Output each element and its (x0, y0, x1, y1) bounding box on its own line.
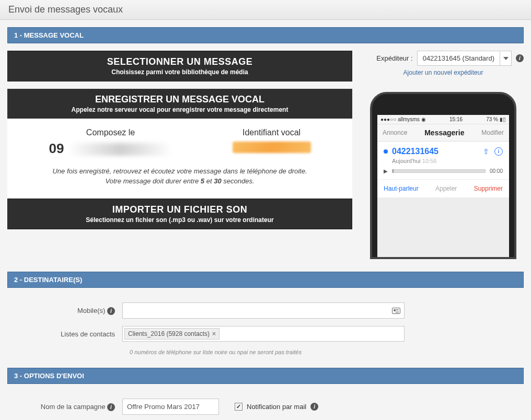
vm-date: Aujourd'hui 10:56 (392, 158, 503, 164)
wifi-icon: ◉ (421, 116, 426, 122)
info-icon[interactable]: i (516, 54, 524, 62)
ident-col: Identifiant vocal (233, 128, 311, 157)
notif-label: Notification par mail (247, 403, 306, 411)
record-message-header: ENREGISTRER UN MESSAGE VOCAL Appelez not… (7, 89, 352, 119)
import-title: IMPORTER UN FICHIER SON (16, 204, 343, 215)
section-2-body: Mobile(s) i Listes de contacts Clients_2… (7, 288, 524, 368)
compose-row: Composez le 09 Identifiant vocal (19, 128, 341, 157)
chevron-down-icon[interactable] (500, 51, 511, 65)
status-carrier: allmysms (398, 116, 420, 122)
record-sub: Appelez notre serveur vocal pour enregis… (16, 106, 344, 113)
record-note-2: Votre message doit durer entre 5 et 30 s… (19, 177, 341, 185)
import-file-button[interactable]: IMPORTER UN FICHIER SON Sélectionnez un … (7, 199, 352, 229)
phone-screen: ●●●○○ allmysms ◉ 15:16 73 % ▮▯ Annonc (377, 115, 509, 259)
notif-checkbox[interactable]: ✓ (235, 403, 243, 411)
nav-edit[interactable]: Modifier (481, 129, 504, 136)
sender-label: Expéditeur : (376, 54, 412, 62)
campaign-row: Nom de la campagne i ✓ Notification par … (7, 399, 524, 415)
call-button[interactable]: Appeler (435, 185, 457, 192)
info-icon[interactable]: i (310, 403, 318, 411)
compose-number: 09 (49, 141, 172, 157)
status-bar: ●●●○○ allmysms ◉ 15:16 73 % ▮▯ (377, 115, 509, 124)
delete-button[interactable]: Supprimer (474, 185, 503, 192)
vm-actions: Haut-parleur Appeler Supprimer (377, 180, 509, 197)
speaker-button[interactable]: Haut-parleur (384, 185, 419, 192)
main-content: 1 - MESSAGE VOCAL SELECTIONNER UN MESSAG… (0, 20, 531, 420)
phone-nav: Annonce Messagerie Modifier (377, 124, 509, 142)
campaign-input[interactable] (122, 399, 219, 415)
sender-row: Expéditeur : 0422131645 (Standard) i (363, 51, 524, 66)
voicemail-row[interactable]: 0422131645 ⇧ i Aujourd'hui 10:56 ▶ (377, 142, 509, 180)
list-tag: Clients_2016 (5928 contacts) × (124, 328, 220, 340)
mobiles-input-wrap (122, 302, 405, 319)
section-3-header: 3 - OPTIONS D'ENVOI (7, 368, 524, 384)
campaign-label: Nom de la campagne i (7, 403, 122, 411)
mobiles-row: Mobile(s) i (7, 302, 524, 319)
phone-empty-area (377, 197, 509, 259)
status-time: 15:16 (449, 116, 463, 122)
section-1-body: SELECTIONNER UN MESSAGE Choisissez parmi… (7, 43, 524, 272)
vm-top: 0422131645 ⇧ i (384, 147, 503, 156)
unread-dot-icon (384, 149, 388, 154)
sender-column: Expéditeur : 0422131645 (Standard) i Ajo… (363, 51, 524, 259)
mobiles-label: Mobile(s) i (7, 307, 122, 315)
status-left: ●●●○○ allmysms ◉ (380, 116, 426, 122)
record-message-body: Composez le 09 Identifiant vocal Une foi… (7, 119, 352, 199)
battery-icon: ▮▯ (500, 116, 506, 122)
message-options-column: SELECTIONNER UN MESSAGE Choisissez parmi… (7, 51, 352, 259)
record-title: ENREGISTRER UN MESSAGE VOCAL (16, 94, 344, 105)
add-sender-link[interactable]: Ajouter un nouvel expéditeur (363, 69, 524, 76)
page-title: Envoi de messages vocaux (8, 4, 523, 15)
compose-prefix: 09 (49, 141, 64, 156)
record-note-1: Une fois enregistré, retrouvez et écoute… (19, 167, 341, 175)
sender-select[interactable]: 0422131645 (Standard) (417, 51, 512, 66)
play-icon[interactable]: ▶ (384, 168, 388, 174)
section-3-body: Nom de la campagne i ✓ Notification par … (7, 384, 524, 420)
lists-input[interactable]: Clients_2016 (5928 contacts) × (122, 326, 405, 342)
blacklist-hint: 0 numéros de téléphone sur liste noire o… (130, 349, 524, 355)
share-icon[interactable]: ⇧ (482, 147, 490, 156)
nav-title: Messagerie (424, 129, 464, 137)
contacts-icon[interactable] (392, 308, 400, 314)
compose-label: Composez le (49, 128, 172, 137)
signal-icon: ●●●○○ (380, 116, 396, 122)
section-2-header: 2 - DESTINATAIRE(S) (7, 272, 524, 288)
list-tag-label: Clients_2016 (5928 contacts) (128, 330, 210, 337)
nav-announce[interactable]: Annonce (383, 129, 407, 136)
info-icon[interactable]: i (107, 403, 115, 411)
section-1-header: 1 - MESSAGE VOCAL (7, 27, 524, 43)
vm-duration: 00:00 (490, 168, 503, 174)
status-right: 73 % ▮▯ (486, 116, 506, 122)
lists-label: Listes de contacts (7, 330, 122, 338)
obscured-ident-icon (233, 142, 311, 153)
progress-bar[interactable] (392, 169, 486, 173)
mobiles-input[interactable] (122, 302, 405, 319)
select-message-sub: Choisissez parmi votre bibliothèque de m… (16, 68, 343, 76)
notif-checkbox-wrap[interactable]: ✓ Notification par mail i (235, 403, 318, 411)
compose-col: Composez le 09 (49, 128, 172, 157)
sender-value: 0422131645 (Standard) (418, 51, 500, 65)
info-circle-icon[interactable]: i (494, 147, 503, 156)
vm-number: 0422131645 (392, 147, 478, 156)
phone-preview: ●●●○○ allmysms ◉ 15:16 73 % ▮▯ Annonc (363, 92, 524, 259)
info-icon[interactable]: i (107, 307, 115, 315)
obscured-phone-icon (68, 143, 172, 156)
phone-frame: ●●●○○ allmysms ◉ 15:16 73 % ▮▯ Annonc (370, 92, 516, 259)
close-icon[interactable]: × (212, 330, 216, 337)
select-message-title: SELECTIONNER UN MESSAGE (16, 56, 343, 67)
import-sub: Sélectionnez un fichier son (.mp3 ou .wa… (16, 216, 343, 224)
vm-player: ▶ 00:00 (384, 168, 503, 174)
page-header: Envoi de messages vocaux (0, 0, 531, 20)
select-message-button[interactable]: SELECTIONNER UN MESSAGE Choisissez parmi… (7, 51, 352, 81)
ident-label: Identifiant vocal (233, 128, 311, 137)
status-battery-pct: 73 % (486, 116, 498, 122)
lists-row: Listes de contacts Clients_2016 (5928 co… (7, 326, 524, 342)
